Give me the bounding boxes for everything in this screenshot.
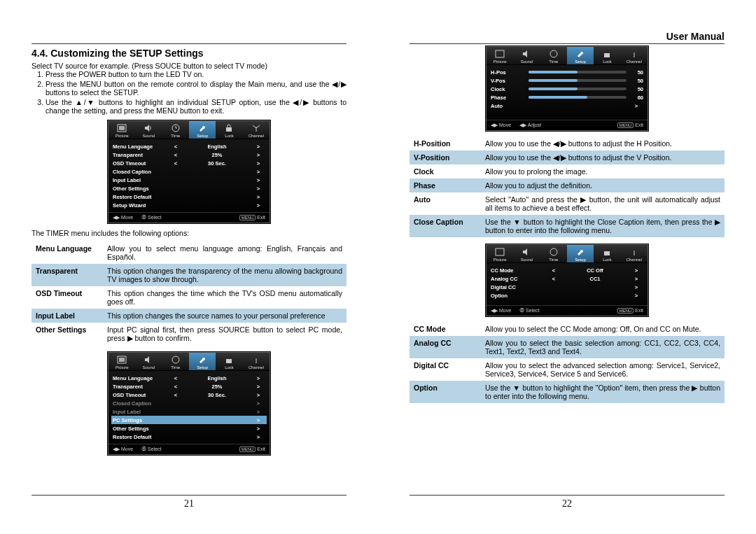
lock-icon [216,122,242,134]
antenna-icon [621,246,648,258]
osd-tab-label: Setup [575,258,586,262]
osd-row-value: 25% [183,152,251,158]
osd-slider-row: Clock50 [491,85,643,93]
osd-row-label: Transparent [113,384,169,390]
definition-row: OSD TimeoutThis option changes the time … [31,286,346,309]
definition-row: Close CaptionUse the ▼ button to highlig… [410,215,724,237]
osd-tab-label: Setup [575,59,586,64]
osd-row-value: English [183,375,251,381]
osd-tab-channel: Channel [243,353,270,370]
definition-row: Other SettingsInput PC signal first, the… [31,323,346,345]
page-22: User Manual Picture Sound Time Setup Loc… [378,0,756,534]
osd-row: Auto> [491,101,643,110]
chevron-right-icon: > [251,169,265,175]
chevron-right-icon: > [251,417,265,423]
step-item: Press the POWER button to turn the LED T… [46,70,346,78]
svg-rect-11 [119,358,125,362]
definition-term: V-Position [410,150,481,164]
wrench-icon [567,246,594,258]
document-title: User Manual [666,31,724,42]
osd-row: Digital CC> [491,283,643,291]
definition-row: AutoSelect "Auto" and press the ▶ button… [410,192,724,215]
osd-row-value: 25% [183,384,251,390]
definition-row: Analog CCAllow you to select the basic s… [410,336,724,358]
definition-term: Auto [410,192,481,215]
definition-description: Use the ▼ button to highlight the "Optio… [481,381,724,403]
osd-footer: ◀▶ Move ⦿ Select MENU Exit [108,444,270,454]
definition-row: Digital CCAllow you to select the advanc… [410,358,724,381]
osd-tab-lock: Lock [216,353,242,370]
osd-foot-select: ⦿ Select [141,215,161,220]
osd-row: OSD Timeout<30 Sec.> [113,159,265,167]
chevron-left-icon: < [169,384,183,390]
osd-slider-row: H-Pos50 [491,68,643,76]
clock-icon [162,122,189,134]
chevron-left-icon: < [169,160,183,167]
osd-tab-picture: Picture [486,47,513,64]
page-spread: 4.4. Customizing the SETUP Settings Sele… [0,0,756,534]
steps-list: Press the POWER button to turn the LED T… [31,70,346,115]
svg-point-13 [172,356,179,363]
chevron-left-icon: < [169,152,183,158]
definition-description: This option changes the time which the T… [103,286,346,309]
svg-rect-6 [226,127,232,132]
osd-row-value: 30 Sec. [183,392,251,398]
picture-icon [486,246,513,258]
osd-row: PC Settings> [111,416,267,424]
osd-row-label: Restore Default [113,434,169,440]
osd-slider-row: V-Pos50 [491,76,643,85]
chevron-right-icon: > [251,202,265,209]
osd-foot-move: ◀▶ Move [113,447,133,452]
osd-slider-track [528,96,626,99]
osd-row: Option> [491,291,643,300]
definition-term: Phase [410,178,481,192]
definition-row: CC ModeAllow you to select the CC Mode a… [410,322,724,336]
osd-tab-sound: Sound [135,353,162,370]
osd-slider-label: V-Pos [491,78,526,84]
osd-tab-sound: Sound [513,245,540,262]
intro-text: Select TV source for example. (Press SOU… [31,62,346,70]
osd-row: Menu Language<English> [113,142,265,150]
osd-tab-label: Setup [197,134,208,138]
svg-rect-24 [604,251,610,255]
osd-body: H-Pos50V-Pos50Clock50Phase60Auto> [486,65,648,120]
osd-slider-fill [528,71,578,73]
rule-bottom [31,495,346,496]
osd-slider-track [528,79,626,82]
definition-term: CC Mode [410,322,481,336]
osd-row-label: Closed Caption [113,169,169,175]
svg-marker-2 [145,125,149,132]
chevron-right-icon: > [251,400,265,407]
osd-body: Menu Language<English>Transparent<25%>OS… [108,139,270,212]
chevron-right-icon: > [629,293,643,299]
chevron-right-icon: > [251,392,265,398]
osd-row-label: PC Settings [113,417,169,423]
osd-tab-label: Time [171,365,180,370]
definition-row: ClockAllow you to prolong the image. [410,164,724,178]
definition-description: This option changes the transparency of … [103,264,346,286]
osd-tabs: Picture Sound Time Setup Lock Channel [108,353,270,371]
osd-row: Menu Language<English> [113,374,265,382]
osd-tab-label: Time [171,134,180,138]
definition-term: OSD Timeout [31,286,103,309]
osd-row-label: Digital CC [491,284,547,290]
rule-top [31,43,346,44]
osd-row: Input Label> [113,176,265,184]
osd-tab-label: Channel [626,59,642,64]
osd-foot-move: ◀▶ Move [491,308,511,314]
osd-row-value: 30 Sec. [183,160,251,167]
svg-rect-14 [226,359,232,363]
clock-icon [162,354,189,365]
svg-rect-19 [604,53,610,57]
osd-foot-select: ⦿ Select [141,447,161,452]
osd-tab-label: Sound [143,134,155,138]
osd-tab-time: Time [162,121,189,139]
definition-row: Input LabelThis option changes the sourc… [31,309,346,323]
osd-slider-value: 50 [629,78,643,84]
osd-footer: ◀▶ Move ⦿ Select MENU Exit [486,305,648,316]
osd-tabs: Picture Sound Time Setup Lock Channel [486,47,648,65]
clock-icon [540,48,567,59]
osd-tab-setup: Setup [189,121,216,139]
definition-description: Allow you to select menu language among:… [103,241,346,264]
osd-row: Setup Wizard> [113,201,265,209]
